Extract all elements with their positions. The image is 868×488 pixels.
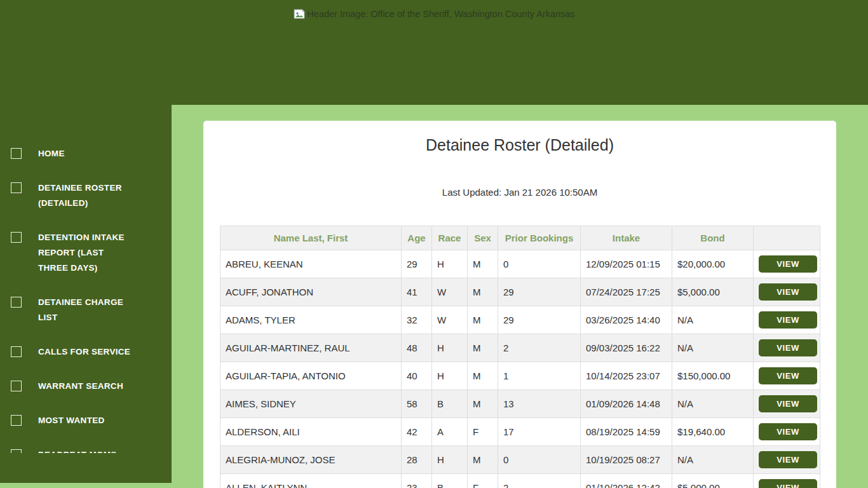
cell-intake: 01/09/2026 14:48 — [581, 390, 672, 418]
column-header: Age — [402, 226, 432, 250]
cell-sex: M — [468, 334, 498, 362]
cell-view: VIEW — [754, 390, 820, 418]
view-button[interactable]: VIEW — [759, 479, 817, 488]
view-button[interactable]: VIEW — [759, 311, 817, 329]
cell-view: VIEW — [754, 278, 820, 306]
table-row: ALLEN, KAITLYNN23BF201/10/2026 12:42$5,0… — [220, 474, 820, 488]
cell-prior_bookings: 2 — [498, 474, 581, 488]
table-body: ABREU, KEENAN29HM012/09/2025 01:15$20,00… — [220, 250, 820, 488]
broken-image-icon — [11, 297, 22, 308]
header-image-alt-text: Header Image: Office of the Sheriff, Was… — [307, 8, 574, 20]
column-header: Name Last, First — [220, 226, 402, 250]
broken-image-icon — [11, 449, 22, 453]
cell-race: H — [432, 334, 468, 362]
cell-intake: 03/26/2025 14:40 — [581, 306, 672, 334]
sidebar-item-warrant-search[interactable]: WARRANT SEARCH — [0, 379, 172, 394]
sidebar-item-label: DETAINEE ROSTER (DETAILED) — [38, 180, 135, 211]
cell-name: ALEGRIA-MUNOZ, JOSE — [220, 446, 402, 474]
cell-sex: M — [468, 306, 498, 334]
cell-race: A — [432, 418, 468, 446]
cell-race: H — [432, 250, 468, 278]
cell-sex: M — [468, 390, 498, 418]
sidebar-item-label: MOST WANTED — [38, 413, 135, 428]
cell-race: W — [432, 306, 468, 334]
cell-prior_bookings: 0 — [498, 446, 581, 474]
cell-intake: 09/03/2025 16:22 — [581, 334, 672, 362]
cell-name: AIMES, SIDNEY — [220, 390, 402, 418]
cell-age: 58 — [402, 390, 432, 418]
sidebar-item-detention-intake-report[interactable]: DETENTION INTAKE REPORT (LAST THREE DAYS… — [0, 230, 172, 276]
cell-view: VIEW — [754, 474, 820, 488]
cell-view: VIEW — [754, 362, 820, 390]
broken-image-icon — [293, 9, 306, 19]
view-button[interactable]: VIEW — [759, 451, 817, 468]
cell-age: 48 — [402, 334, 432, 362]
cell-bond: $5,000.00 — [672, 474, 754, 488]
cell-name: ADAMS, TYLER — [220, 306, 402, 334]
cell-race: B — [432, 474, 468, 488]
cell-bond: $19,640.00 — [672, 418, 754, 446]
detainee-roster-table: Name Last, FirstAgeRaceSexPrior Bookings… — [220, 226, 820, 488]
cell-age: 42 — [402, 418, 432, 446]
cell-name: AGUILAR-MARTINEZ, RAUL — [220, 334, 402, 362]
cell-sex: M — [468, 362, 498, 390]
table-row: ADAMS, TYLER32WM2903/26/2025 14:40N/AVIE… — [220, 306, 820, 334]
content-card: Detainee Roster (Detailed) Last Updated:… — [203, 121, 836, 488]
page-title: Detainee Roster (Detailed) — [203, 121, 836, 154]
sidebar-item-label: DETENTION INTAKE REPORT (LAST THREE DAYS… — [38, 230, 135, 276]
cell-name: ABREU, KEENAN — [220, 250, 402, 278]
cell-sex: M — [468, 278, 498, 306]
cell-prior_bookings: 2 — [498, 334, 581, 362]
cell-intake: 10/14/2025 23:07 — [581, 362, 672, 390]
view-button[interactable]: VIEW — [759, 339, 817, 356]
sidebar-item-label: DEADBEAT MOMS — [38, 447, 135, 453]
cell-bond: N/A — [672, 446, 754, 474]
cell-view: VIEW — [754, 334, 820, 362]
table-row: ALDERSON, AILI42AF1708/19/2025 14:59$19,… — [220, 418, 820, 446]
cell-name: AGUILAR-TAPIA, ANTONIO — [220, 362, 402, 390]
broken-image-icon — [11, 148, 22, 159]
cell-prior_bookings: 13 — [498, 390, 581, 418]
sidebar-nav: HOMEDETAINEE ROSTER (DETAILED)DETENTION … — [0, 146, 172, 453]
sidebar-item-home[interactable]: HOME — [0, 146, 172, 161]
cell-prior_bookings: 17 — [498, 418, 581, 446]
sidebar-item-label: CALLS FOR SERVICE — [38, 344, 135, 360]
cell-prior_bookings: 29 — [498, 306, 581, 334]
view-button[interactable]: VIEW — [759, 283, 817, 301]
cell-age: 41 — [402, 278, 432, 306]
cell-age: 23 — [402, 474, 432, 488]
column-header: Race — [432, 226, 468, 250]
cell-intake: 12/09/2025 01:15 — [581, 250, 672, 278]
cell-prior_bookings: 1 — [498, 362, 581, 390]
column-header — [754, 226, 820, 250]
broken-image-icon — [11, 232, 22, 243]
last-updated-text: Last Updated: Jan 21 2026 10:50AM — [203, 187, 836, 198]
sidebar-item-detainee-roster-detailed[interactable]: DETAINEE ROSTER (DETAILED) — [0, 180, 172, 211]
sidebar-item-most-wanted[interactable]: MOST WANTED — [0, 413, 172, 428]
cell-bond: $20,000.00 — [672, 250, 754, 278]
view-button[interactable]: VIEW — [759, 255, 817, 273]
table-row: ACUFF, JONATHON41WM2907/24/2025 17:25$5,… — [220, 278, 820, 306]
cell-age: 32 — [402, 306, 432, 334]
cell-age: 28 — [402, 446, 432, 474]
cell-bond: N/A — [672, 306, 754, 334]
sidebar-item-calls-for-service[interactable]: CALLS FOR SERVICE — [0, 344, 172, 360]
cell-bond: $5,000.00 — [672, 278, 754, 306]
cell-sex: M — [468, 446, 498, 474]
cell-bond: $150,000.00 — [672, 362, 754, 390]
view-button[interactable]: VIEW — [759, 395, 817, 412]
cell-age: 40 — [402, 362, 432, 390]
cell-race: H — [432, 362, 468, 390]
sidebar-item-deadbeat-moms[interactable]: DEADBEAT MOMS — [0, 447, 172, 453]
cell-sex: F — [468, 474, 498, 488]
column-header: Intake — [581, 226, 672, 250]
sidebar-item-detainee-charge-list[interactable]: DETAINEE CHARGE LIST — [0, 295, 172, 325]
column-header: Prior Bookings — [498, 226, 581, 250]
view-button[interactable]: VIEW — [759, 367, 817, 384]
cell-race: B — [432, 390, 468, 418]
cell-intake: 07/24/2025 17:25 — [581, 278, 672, 306]
cell-view: VIEW — [754, 446, 820, 474]
table-row: AIMES, SIDNEY58BM1301/09/2026 14:48N/AVI… — [220, 390, 820, 418]
view-button[interactable]: VIEW — [759, 423, 817, 440]
sidebar-item-label: WARRANT SEARCH — [38, 379, 135, 394]
